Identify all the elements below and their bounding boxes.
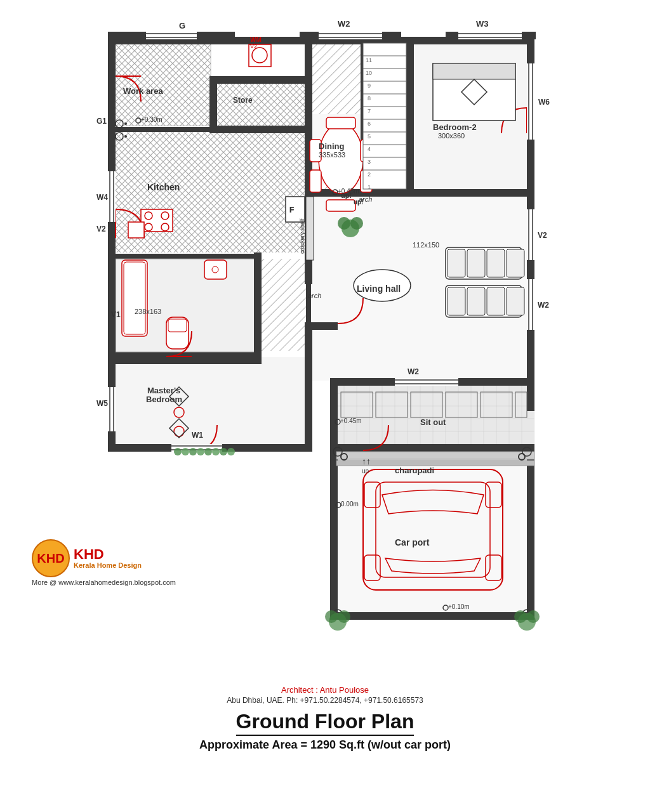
svg-text:Store: Store	[233, 96, 253, 105]
svg-text:F: F	[289, 206, 294, 214]
svg-text:Master's: Master's	[147, 386, 180, 395]
svg-text:1: 1	[368, 184, 371, 190]
svg-rect-86	[458, 32, 522, 39]
page-container: WM V2 1 2 3 4	[0, 0, 650, 812]
svg-text:G1: G1	[96, 117, 107, 126]
svg-point-209	[527, 610, 540, 623]
svg-rect-151	[306, 197, 314, 260]
svg-rect-32	[116, 43, 211, 126]
svg-rect-149	[433, 63, 515, 79]
svg-text:W1: W1	[192, 431, 203, 440]
svg-point-212	[189, 448, 197, 455]
svg-rect-101	[108, 387, 116, 431]
svg-rect-177	[467, 287, 485, 315]
svg-rect-98	[527, 279, 534, 330]
svg-text:W5: W5	[96, 399, 108, 408]
svg-rect-71	[330, 612, 534, 620]
svg-text:11: 11	[366, 57, 372, 63]
svg-text:+0.10m: +0.10m	[448, 603, 470, 610]
svg-rect-179	[507, 287, 524, 315]
svg-rect-122	[310, 170, 321, 192]
architect-address: Abu Dhbai, UAE. Ph: +971.50.2284574, +97…	[227, 696, 423, 705]
svg-rect-95	[527, 209, 534, 260]
svg-text:2: 2	[368, 171, 371, 178]
khd-full-name: Kerala Home Design	[74, 561, 142, 569]
svg-text:Car port: Car port	[395, 537, 430, 547]
svg-text:Sit out: Sit out	[420, 417, 446, 427]
svg-text:6: 6	[368, 121, 371, 127]
svg-rect-162	[166, 317, 189, 349]
svg-text:335x533: 335x533	[319, 151, 345, 159]
svg-rect-159	[128, 222, 144, 238]
svg-text:V1: V1	[111, 310, 121, 319]
svg-text:W6: W6	[538, 98, 550, 107]
architect-info: Architect : Antu Poulose	[281, 685, 369, 695]
svg-text:up: up	[362, 468, 369, 475]
svg-point-113	[124, 135, 127, 138]
svg-rect-176	[448, 287, 465, 315]
svg-text:Bedroom: Bedroom	[146, 395, 182, 404]
svg-text:arch: arch	[308, 292, 321, 299]
svg-point-118	[319, 124, 363, 193]
svg-point-182	[338, 217, 350, 230]
svg-text:238x163: 238x163	[135, 308, 161, 315]
svg-text:+0.30m: +0.30m	[141, 116, 162, 123]
svg-text:W4: W4	[96, 193, 108, 202]
svg-text:7: 7	[368, 108, 371, 114]
svg-text:W2: W2	[338, 19, 350, 29]
svg-text:W3: W3	[476, 19, 489, 29]
svg-text:W2: W2	[408, 367, 419, 376]
svg-text:5: 5	[368, 133, 371, 140]
svg-rect-39	[116, 357, 306, 444]
svg-rect-12	[116, 254, 255, 259]
khd-website: More @ www.keralahomedesign.blogspot.com	[32, 579, 176, 586]
svg-point-183	[350, 217, 363, 230]
khd-circle-icon: KHD	[32, 539, 70, 577]
svg-text:112x150: 112x150	[413, 241, 439, 249]
plan-subtitle: Approximate Area = 1290 Sq.ft (w/out car…	[199, 738, 451, 752]
svg-text:4: 4	[368, 146, 371, 152]
svg-text:Work area: Work area	[123, 86, 163, 96]
svg-point-216	[220, 448, 227, 455]
svg-text:V2: V2	[538, 231, 547, 240]
svg-point-111	[124, 122, 127, 125]
svg-rect-11	[116, 127, 211, 132]
svg-rect-172	[467, 249, 485, 277]
svg-text:8: 8	[368, 95, 371, 102]
svg-text:0.00m: 0.00m	[341, 501, 359, 508]
svg-rect-74	[209, 126, 312, 133]
svg-rect-70	[527, 450, 534, 617]
svg-rect-164	[204, 260, 227, 279]
khd-text-group: KHD Kerala Home Design	[74, 547, 142, 569]
svg-text:V2: V2	[96, 225, 106, 233]
svg-rect-66	[305, 322, 338, 330]
svg-rect-69	[330, 450, 338, 617]
svg-point-210	[174, 448, 182, 455]
khd-logo: KHD KHD Kerala Home Design	[32, 539, 142, 577]
svg-text:↑↑: ↑↑	[362, 456, 371, 466]
svg-text:3: 3	[368, 159, 371, 165]
svg-rect-92	[527, 63, 534, 140]
svg-rect-160	[122, 260, 147, 336]
svg-text:300x360: 300x360	[438, 132, 465, 140]
svg-point-211	[182, 448, 189, 455]
svg-rect-171	[448, 249, 465, 277]
svg-rect-65	[305, 322, 312, 452]
svg-rect-67	[330, 378, 338, 452]
svg-text:Bedroom-2: Bedroom-2	[433, 122, 477, 132]
svg-text:WM: WM	[250, 36, 262, 43]
bottom-section: Architect : Antu Poulose Abu Dhbai, UAE.…	[0, 679, 650, 752]
svg-point-217	[227, 448, 235, 455]
svg-text:9: 9	[368, 82, 371, 89]
svg-rect-152	[286, 197, 305, 222]
svg-text:W2: W2	[538, 301, 549, 310]
khd-brand-name: KHD	[74, 547, 142, 561]
svg-rect-173	[487, 249, 505, 277]
svg-rect-174	[507, 249, 524, 277]
svg-rect-80	[146, 32, 197, 39]
svg-rect-125	[363, 43, 406, 189]
svg-text:V2: V2	[250, 43, 257, 49]
svg-rect-72	[209, 76, 217, 132]
svg-rect-120	[326, 200, 355, 211]
svg-text:arch: arch	[359, 195, 372, 203]
